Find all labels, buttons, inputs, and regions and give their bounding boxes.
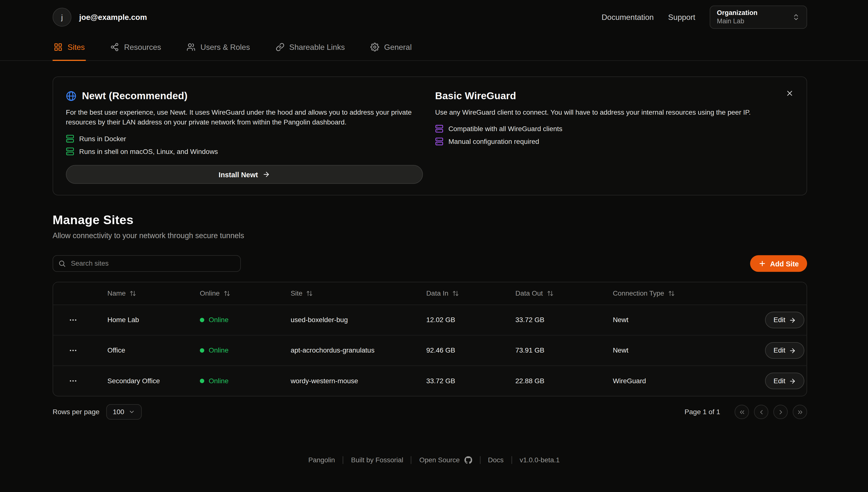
wireguard-panel: Basic WireGuard Use any WireGuard client… [435, 90, 792, 184]
table-header-row: Name Online Site Data In Data Out [53, 282, 807, 304]
row-menu-button[interactable] [65, 375, 81, 387]
edit-label: Edit [773, 316, 785, 324]
edit-button[interactable]: Edit [765, 373, 804, 389]
site-id: wordy-western-mouse [286, 377, 422, 385]
tab-label: Sites [68, 43, 85, 52]
rows-per-page-value: 100 [113, 408, 124, 416]
support-link[interactable]: Support [668, 13, 695, 22]
sort-data-in[interactable]: Data In [422, 290, 511, 297]
tab-shareable-links[interactable]: Shareable Links [274, 34, 346, 60]
avatar[interactable]: j [52, 8, 71, 27]
footer-divider [511, 456, 512, 464]
column-label: Data Out [515, 290, 543, 297]
wireguard-description: Use any WireGuard client to connect. You… [435, 107, 792, 117]
add-site-label: Add Site [770, 260, 799, 268]
pangolin-dashboard: j joe@example.com Documentation Support … [0, 0, 868, 492]
next-page-button[interactable] [773, 404, 788, 419]
newt-title: Newt (Recommended) [82, 90, 188, 102]
row-menu-button[interactable] [65, 344, 81, 357]
last-page-button[interactable] [793, 404, 807, 419]
chevron-down-icon [129, 409, 135, 415]
sort-icon [224, 290, 230, 297]
first-page-button[interactable] [735, 404, 749, 419]
table-row: Secondary Office Online wordy-western-mo… [53, 365, 807, 396]
newt-feature: Runs in Docker [66, 134, 423, 143]
newt-description: For the best user experience, use Newt. … [66, 107, 423, 127]
tab-users-roles[interactable]: Users & Roles [185, 34, 251, 60]
install-newt-button[interactable]: Install Newt [66, 165, 423, 184]
top-bar: j joe@example.com Documentation Support … [0, 0, 868, 61]
edit-button[interactable]: Edit [765, 312, 804, 328]
chevron-left-icon [758, 408, 765, 415]
edit-label: Edit [773, 377, 785, 385]
newt-panel: Newt (Recommended) For the best user exp… [66, 90, 423, 184]
tab-general[interactable]: General [369, 34, 413, 60]
search-icon [58, 260, 66, 268]
feature-label: Manual configuration required [448, 138, 539, 145]
sort-data-out[interactable]: Data Out [511, 290, 608, 297]
user-email: joe@example.com [79, 13, 147, 22]
connection-methods-card: Newt (Recommended) For the best user exp… [52, 76, 807, 195]
data-out: 22.88 GB [511, 377, 608, 385]
gear-icon [370, 43, 379, 52]
site-name: Secondary Office [103, 377, 195, 385]
online-dot [200, 318, 204, 322]
data-in: 12.02 GB [422, 316, 511, 324]
tab-label: Users & Roles [200, 43, 250, 52]
open-source-label: Open Source [419, 456, 460, 464]
data-out: 73.91 GB [511, 347, 608, 354]
site-id: used-boxelder-bug [286, 316, 422, 324]
sort-online[interactable]: Online [195, 290, 286, 297]
feature-label: Runs in Docker [79, 135, 126, 143]
page-status: Page 1 of 1 [685, 408, 720, 416]
wireguard-title: Basic WireGuard [435, 90, 516, 102]
user-menu[interactable]: j joe@example.com [52, 8, 147, 27]
previous-page-button[interactable] [754, 404, 768, 419]
plus-icon [759, 260, 766, 268]
status-badge: Online [200, 347, 286, 354]
arrow-right-icon [789, 317, 796, 324]
edit-label: Edit [773, 347, 785, 354]
footer-brand: Pangolin [308, 456, 335, 464]
feature-label: Runs in shell on macOS, Linux, and Windo… [79, 148, 218, 155]
org-selector[interactable]: Organization Main Lab [710, 6, 807, 29]
add-site-button[interactable]: Add Site [750, 255, 807, 272]
grid-icon [54, 43, 63, 52]
documentation-link[interactable]: Documentation [602, 13, 654, 22]
chevrons-right-icon [796, 408, 803, 415]
install-newt-label: Install Newt [219, 170, 258, 178]
search-input[interactable] [52, 255, 241, 272]
column-label: Name [107, 290, 126, 297]
footer-divider [343, 456, 343, 464]
rows-per-page-label: Rows per page [52, 408, 99, 416]
site-name: Home Lab [103, 316, 195, 324]
rows-per-page-select[interactable]: 100 [106, 404, 142, 420]
sort-icon [130, 290, 136, 297]
sort-connection-type[interactable]: Connection Type [608, 290, 756, 297]
sort-icon [306, 290, 313, 297]
docs-link[interactable]: Docs [488, 456, 504, 464]
column-label: Data In [426, 290, 448, 297]
row-menu-button[interactable] [65, 314, 81, 326]
ellipsis-icon [69, 376, 78, 385]
sort-site[interactable]: Site [286, 290, 422, 297]
link-icon [275, 43, 284, 52]
sites-toolbar: Add Site [52, 255, 807, 272]
newt-feature: Runs in shell on macOS, Linux, and Windo… [66, 147, 423, 156]
arrow-right-icon [789, 377, 796, 385]
share-nodes-icon [110, 43, 119, 52]
tab-sites[interactable]: Sites [52, 34, 86, 60]
edit-button[interactable]: Edit [765, 342, 804, 359]
close-icon[interactable] [782, 86, 797, 100]
feature-label: Compatible with all WireGuard clients [448, 125, 562, 133]
data-out: 33.72 GB [511, 316, 608, 324]
site-id: apt-acrochordus-granulatus [286, 347, 422, 354]
ellipsis-icon [69, 316, 78, 324]
server-icon [66, 147, 74, 156]
tab-resources[interactable]: Resources [109, 34, 162, 60]
server-icon [435, 137, 444, 146]
sort-name[interactable]: Name [103, 290, 195, 297]
open-source-link[interactable]: Open Source [419, 456, 472, 464]
status-badge: Online [200, 316, 286, 324]
main-nav: Sites Resources Users & Roles Shareable … [52, 34, 807, 60]
